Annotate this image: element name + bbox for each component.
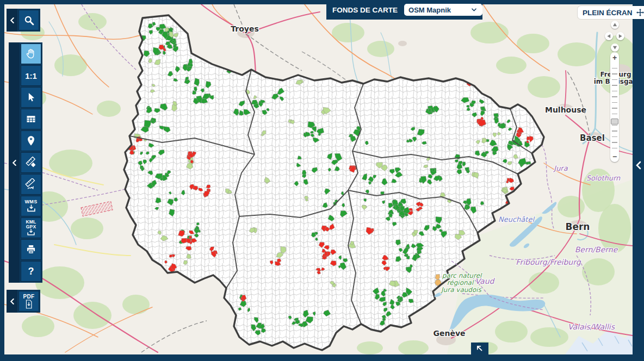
- pan-zoom-control: + −: [605, 21, 626, 169]
- hand-icon: [25, 48, 37, 60]
- window-frame-bottom: [0, 354, 644, 361]
- poi-tool-button[interactable]: [21, 130, 41, 151]
- download-tray-icon: [27, 229, 35, 236]
- map-canvas[interactable]: TroyesMulhouseBaselBernGenèveFreiburgim …: [0, 0, 644, 361]
- pan-left-button[interactable]: [605, 32, 613, 40]
- map-label: Jura vaudois: [440, 286, 482, 294]
- map-label: Solothurn: [586, 174, 621, 182]
- right-panel-collapsed[interactable]: [633, 0, 644, 361]
- pdf-label: PDF: [23, 294, 35, 300]
- select-tool-button[interactable]: [21, 87, 41, 108]
- basemap-selected-value: OSM Mapnik: [408, 6, 451, 14]
- help-button[interactable]: ?: [21, 261, 41, 282]
- zoom-out-button[interactable]: −: [610, 153, 619, 160]
- search-icon: [23, 15, 35, 26]
- overview-map-toggle-button[interactable]: [471, 343, 488, 354]
- zoom-slider-track[interactable]: + −: [610, 52, 619, 162]
- download-tray-icon: [27, 204, 36, 213]
- chevron-down-icon: [470, 7, 478, 13]
- pan-up-button[interactable]: [611, 21, 619, 29]
- search-tool-button[interactable]: [18, 10, 39, 30]
- attribute-table-button[interactable]: [21, 109, 41, 129]
- arrow-down-icon: [612, 45, 617, 50]
- map-label: Bern: [566, 221, 590, 232]
- map-label: Valais/Wallis: [568, 322, 616, 331]
- arrow-right-icon: [618, 34, 623, 39]
- collapse-pdf-panel-button[interactable]: [7, 290, 17, 313]
- arrow-up-icon: [612, 22, 617, 27]
- fullscreen-button[interactable]: PLEIN ÉCRAN: [578, 6, 644, 19]
- ruler-eraser-icon: [25, 157, 37, 169]
- printer-icon: [26, 244, 36, 255]
- document-download-icon: [24, 300, 33, 309]
- window-frame-left: [0, 0, 4, 361]
- zoom-slider-handle[interactable]: [611, 119, 618, 125]
- arrow-up-left-icon: [476, 345, 484, 352]
- chevron-left-icon: [10, 17, 15, 24]
- pan-right-button[interactable]: [616, 32, 624, 40]
- wms-import-button[interactable]: WMS: [21, 196, 41, 216]
- collapse-search-panel-button[interactable]: [7, 9, 17, 32]
- toolbar: 1:1: [9, 42, 42, 283]
- marker-star-icon: [26, 135, 36, 146]
- pdf-export-button[interactable]: PDF: [18, 291, 39, 312]
- print-button[interactable]: [21, 239, 41, 260]
- chevron-left-icon: [635, 161, 642, 170]
- collapse-toolbar-button[interactable]: [9, 42, 20, 283]
- map-label: Neuchâtel: [498, 215, 535, 223]
- map-label: régional: [447, 279, 474, 287]
- search-panel: [7, 9, 40, 32]
- basemap-bar: FONDS DE CARTE OSM Mapnik: [326, 0, 482, 20]
- pdf-panel: PDF: [7, 290, 40, 313]
- cursor-icon: [26, 92, 36, 103]
- move-arrows-icon: [636, 8, 644, 17]
- basemap-select[interactable]: OSM Mapnik: [404, 4, 482, 16]
- zoom-1-1-label: 1:1: [25, 72, 37, 80]
- chevron-left-icon: [12, 159, 17, 166]
- table-icon: [26, 114, 36, 125]
- help-label: ?: [28, 266, 34, 276]
- pan-down-button[interactable]: [611, 43, 619, 52]
- window-frame-top: [0, 0, 644, 4]
- map-label: Genève: [433, 329, 465, 338]
- map-label: Troyes: [231, 24, 259, 33]
- zoom-in-button[interactable]: +: [610, 54, 619, 61]
- map-label: Basel: [580, 133, 605, 143]
- zoom-1-1-button[interactable]: 1:1: [21, 65, 41, 86]
- gpx-label: GPX: [26, 225, 36, 229]
- measure-line-tool-button[interactable]: [21, 174, 41, 195]
- pan-tool-button[interactable]: [21, 43, 41, 64]
- zoom-slider-ticks: [612, 63, 617, 152]
- wms-label: WMS: [25, 200, 38, 204]
- map-label: Fribourg/Freiburg: [516, 258, 581, 266]
- ruler-line-icon: [25, 178, 37, 190]
- basemap-bar-label: FONDS DE CARTE: [332, 6, 398, 14]
- map-label: Bern/Berne: [575, 245, 618, 254]
- map-label: parc naturel: [442, 272, 482, 279]
- fullscreen-label: PLEIN ÉCRAN: [583, 9, 633, 17]
- map-label: Jura: [553, 164, 568, 172]
- map-label: Mulhouse: [545, 105, 586, 114]
- measure-area-tool-button[interactable]: [21, 152, 41, 173]
- kml-gpx-import-button[interactable]: KML GPX: [21, 217, 41, 238]
- chevron-left-icon: [10, 298, 15, 305]
- arrow-left-icon: [606, 34, 611, 39]
